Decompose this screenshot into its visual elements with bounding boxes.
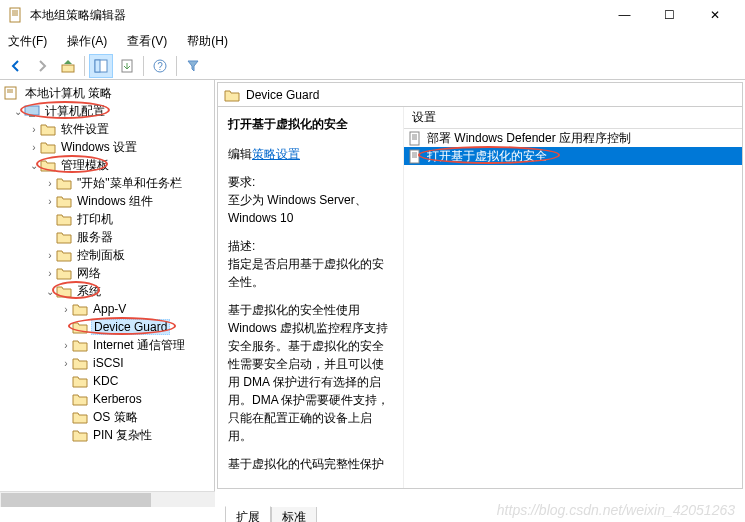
tree-os-policies[interactable]: OS 策略 xyxy=(0,408,214,426)
export-list-button[interactable] xyxy=(115,54,139,78)
chevron-right-icon[interactable]: › xyxy=(28,124,40,135)
tree-label: 软件设置 xyxy=(59,121,111,138)
tree-printers[interactable]: 打印机 xyxy=(0,210,214,228)
chevron-right-icon[interactable]: › xyxy=(44,250,56,261)
tree-label: 计算机配置 xyxy=(43,103,107,120)
tab-extended[interactable]: 扩展 xyxy=(225,506,271,523)
minimize-button[interactable]: — xyxy=(602,1,647,29)
tree-windows-components[interactable]: ›Windows 组件 xyxy=(0,192,214,210)
filter-button[interactable] xyxy=(181,54,205,78)
requirements-label: 要求: xyxy=(228,175,255,189)
maximize-button[interactable]: ☐ xyxy=(647,1,692,29)
tree-software-settings[interactable]: ›软件设置 xyxy=(0,120,214,138)
tree-internet-comm[interactable]: ›Internet 通信管理 xyxy=(0,336,214,354)
tree-control-panel[interactable]: ›控制面板 xyxy=(0,246,214,264)
list-item-label: 部署 Windows Defender 应用程序控制 xyxy=(427,130,631,147)
menubar: 文件(F) 操作(A) 查看(V) 帮助(H) xyxy=(0,30,745,52)
svg-rect-13 xyxy=(25,106,39,115)
details-pane: Device Guard 打开基于虚拟化的安全 编辑策略设置 要求:至少为 Wi… xyxy=(217,82,743,489)
tree-device-guard[interactable]: Device Guard xyxy=(0,318,214,336)
folder-icon xyxy=(56,176,72,190)
up-button[interactable] xyxy=(56,54,80,78)
tree-label: 管理模板 xyxy=(59,157,111,174)
tree-system[interactable]: ⌄系统 xyxy=(0,282,214,300)
folder-icon xyxy=(56,248,72,262)
chevron-right-icon[interactable]: › xyxy=(44,196,56,207)
edit-label: 编辑 xyxy=(228,147,252,161)
policy-icon xyxy=(408,131,423,146)
tree-appv[interactable]: ›App-V xyxy=(0,300,214,318)
tree-label: Device Guard xyxy=(91,319,170,335)
tree-label: Kerberos xyxy=(91,392,144,406)
tree-network[interactable]: ›网络 xyxy=(0,264,214,282)
policy-icon xyxy=(408,149,423,164)
tree-iscsi[interactable]: ›iSCSI xyxy=(0,354,214,372)
tree-windows-settings[interactable]: ›Windows 设置 xyxy=(0,138,214,156)
tree-label: 网络 xyxy=(75,265,103,282)
chevron-right-icon[interactable]: › xyxy=(44,178,56,189)
folder-icon xyxy=(224,88,240,102)
tree-root-label: 本地计算机 策略 xyxy=(23,85,114,102)
tab-standard[interactable]: 标准 xyxy=(271,507,317,522)
list-item-label: 打开基于虚拟化的安全 xyxy=(427,148,547,165)
toolbar: ? xyxy=(0,52,745,80)
chevron-right-icon[interactable]: › xyxy=(60,340,72,351)
tree-label: 服务器 xyxy=(75,229,115,246)
folder-icon xyxy=(72,320,88,334)
chevron-right-icon[interactable]: › xyxy=(60,304,72,315)
list-item-deploy-wdac[interactable]: 部署 Windows Defender 应用程序控制 xyxy=(404,129,742,147)
chevron-right-icon[interactable]: › xyxy=(28,142,40,153)
tree-kdc[interactable]: KDC xyxy=(0,372,214,390)
tree-admin-templates[interactable]: ⌄管理模板 xyxy=(0,156,214,174)
settings-list[interactable]: 设置 部署 Windows Defender 应用程序控制 打开基于虚拟化的安全 xyxy=(403,107,742,488)
description-para-1: 基于虚拟化的安全性使用 Windows 虚拟机监控程序支持安全服务。基于虚拟化的… xyxy=(228,301,393,445)
titlebar: 本地组策略编辑器 — ☐ ✕ xyxy=(0,0,745,30)
description-panel: 打开基于虚拟化的安全 编辑策略设置 要求:至少为 Windows Server、… xyxy=(218,107,403,488)
tree-root[interactable]: 本地计算机 策略 xyxy=(0,84,214,102)
tree-label: App-V xyxy=(91,302,128,316)
folder-icon xyxy=(72,302,88,316)
tree-label: Internet 通信管理 xyxy=(91,337,187,354)
folder-icon xyxy=(56,266,72,280)
tree-pin[interactable]: PIN 复杂性 xyxy=(0,426,214,444)
watermark: https://blog.csdn.net/weixin_42051263 xyxy=(497,502,735,518)
back-button[interactable] xyxy=(4,54,28,78)
tree-servers[interactable]: 服务器 xyxy=(0,228,214,246)
app-icon xyxy=(8,7,24,23)
folder-icon xyxy=(72,392,88,406)
tree-label: Windows 组件 xyxy=(75,193,155,210)
menu-view[interactable]: 查看(V) xyxy=(123,31,171,52)
tree-label: iSCSI xyxy=(91,356,126,370)
svg-rect-6 xyxy=(95,60,100,72)
folder-icon xyxy=(72,410,88,424)
list-column-header[interactable]: 设置 xyxy=(404,107,742,129)
chevron-down-icon[interactable]: ⌄ xyxy=(44,286,56,297)
tree-scrollbar[interactable] xyxy=(0,491,215,507)
content-area: 本地计算机 策略 ⌄ 计算机配置 ›软件设置 ›Windows 设置 ⌄管理模板… xyxy=(0,80,745,491)
menu-action[interactable]: 操作(A) xyxy=(63,31,111,52)
close-button[interactable]: ✕ xyxy=(692,1,737,29)
chevron-right-icon[interactable]: › xyxy=(44,268,56,279)
folder-icon xyxy=(56,284,72,298)
forward-button[interactable] xyxy=(30,54,54,78)
edit-policy-link[interactable]: 策略设置 xyxy=(252,147,300,161)
menu-file[interactable]: 文件(F) xyxy=(4,31,51,52)
list-item-vbs[interactable]: 打开基于虚拟化的安全 xyxy=(404,147,742,165)
help-button[interactable]: ? xyxy=(148,54,172,78)
folder-icon xyxy=(40,140,56,154)
folder-icon xyxy=(56,230,72,244)
chevron-down-icon[interactable]: ⌄ xyxy=(28,160,40,171)
folder-icon xyxy=(40,122,56,136)
tree-label: 打印机 xyxy=(75,211,115,228)
show-hide-button[interactable] xyxy=(89,54,113,78)
tree-kerberos[interactable]: Kerberos xyxy=(0,390,214,408)
tree-start-taskbar[interactable]: ›"开始"菜单和任务栏 xyxy=(0,174,214,192)
svg-rect-10 xyxy=(5,87,16,99)
tree-computer-config[interactable]: ⌄ 计算机配置 xyxy=(0,102,214,120)
tree-label: KDC xyxy=(91,374,120,388)
chevron-down-icon[interactable]: ⌄ xyxy=(12,106,24,117)
menu-help[interactable]: 帮助(H) xyxy=(183,31,232,52)
tree-pane[interactable]: 本地计算机 策略 ⌄ 计算机配置 ›软件设置 ›Windows 设置 ⌄管理模板… xyxy=(0,80,215,491)
chevron-right-icon[interactable]: › xyxy=(60,358,72,369)
tree-label: 系统 xyxy=(75,283,103,300)
